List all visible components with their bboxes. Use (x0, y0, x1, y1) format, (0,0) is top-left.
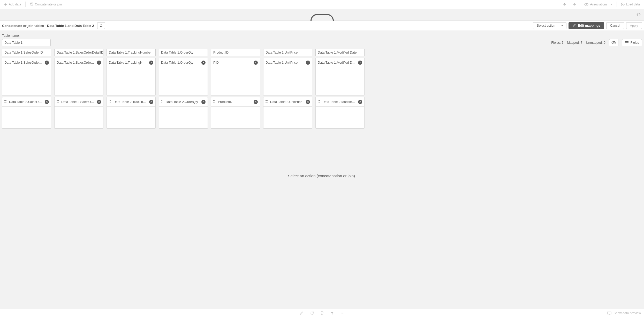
grip-icon[interactable] (109, 100, 111, 104)
fields-button[interactable]: Fields (622, 39, 642, 46)
clear-icon[interactable]: ✕ (201, 100, 206, 104)
swap-button[interactable] (97, 22, 105, 29)
column: Data Table 1.OrderQtyData Table 1.OrderQ… (159, 49, 208, 129)
clear-icon[interactable]: ✕ (254, 61, 258, 65)
load-data-label: Load data (626, 3, 640, 6)
mapping-row[interactable]: Data Table 1.SalesOrderID✕ (2, 58, 51, 67)
column: Data Table 1.SalesOrderDetailIDData Tabl… (54, 49, 103, 129)
mapping-row[interactable]: Data Table 1.OrderQty✕ (159, 58, 208, 67)
toolbar-divider (25, 2, 26, 7)
clear-icon[interactable]: ✕ (306, 100, 310, 104)
clear-icon[interactable]: ✕ (358, 61, 362, 65)
home-button[interactable] (636, 12, 641, 17)
grip-icon[interactable] (318, 100, 320, 104)
undo-button[interactable] (561, 2, 569, 7)
svg-rect-1 (31, 3, 33, 5)
mapping-field-label: Data Table 1.SalesOrderID (4, 61, 43, 64)
table-name-label: Table name: (2, 34, 51, 38)
list-icon (625, 41, 628, 44)
mapping-row[interactable]: Data Table 2.Modifie…✕ (316, 97, 364, 107)
column-header[interactable]: Data Table 1.OrderQty (159, 49, 208, 56)
column-header[interactable]: Data Table 1.TrackingNumber (107, 49, 156, 56)
concat-join-button[interactable]: Concatenate or join (28, 2, 64, 7)
mapping-row[interactable]: Data Table 2.Trackin…✕ (107, 97, 155, 107)
prompt-text: Select an action (concatenation or join)… (0, 130, 644, 184)
table-name-input[interactable] (2, 39, 51, 46)
grip-icon[interactable] (266, 100, 268, 104)
redo-icon (572, 3, 576, 6)
mapping-card-source: Data Table 1.SalesOrder…✕ (54, 58, 103, 95)
concat-join-label: Concatenate or join (35, 3, 62, 6)
arc-handle[interactable] (310, 14, 334, 21)
header-bar: Concatenate or join tables - Data Table … (0, 20, 644, 31)
mapping-card-source: Data Table 1.SalesOrderID✕ (2, 58, 51, 95)
clear-icon[interactable]: ✕ (306, 61, 310, 65)
mapping-card-target: Data Table 2.OrderQty✕ (159, 97, 208, 129)
grip-icon[interactable] (213, 100, 216, 104)
associations-button[interactable]: Associations ▼ (582, 2, 614, 7)
edit-mappings-button[interactable]: Edit mappings (569, 22, 604, 29)
mapping-row[interactable]: Data Table 2.UnitPrice✕ (263, 97, 312, 107)
plus-icon (4, 3, 7, 6)
pencil-icon (572, 24, 576, 27)
clear-icon[interactable]: ✕ (45, 100, 49, 104)
mapping-row[interactable]: Data Table 1.UnitPrice✕ (263, 58, 312, 67)
mapping-row[interactable]: Data Table 2.SalesOr…✕ (2, 97, 51, 107)
fields-button-label: Fields (631, 41, 639, 45)
column: Data Table 1.Modified DateData Table 1.M… (315, 49, 365, 129)
spacer-strip (0, 9, 644, 20)
mapping-row[interactable]: ProductID✕ (211, 97, 260, 107)
add-data-button[interactable]: Add data (2, 2, 23, 7)
column: Product IDPID✕ProductID✕ (211, 49, 260, 129)
clear-icon[interactable]: ✕ (97, 100, 101, 104)
apply-button[interactable]: Apply (626, 22, 642, 29)
column-header[interactable]: Data Table 1.SalesOrderDetailID (54, 49, 103, 56)
clear-icon[interactable]: ✕ (45, 61, 49, 65)
grip-icon[interactable] (161, 100, 164, 104)
apply-label: Apply (630, 24, 638, 27)
select-action-label: Select action (537, 24, 555, 27)
column-header[interactable]: Data Table 1.Modified Date (315, 49, 365, 56)
swap-icon (99, 24, 103, 27)
clear-icon[interactable]: ✕ (149, 100, 153, 104)
mapping-row[interactable]: Data Table 1.SalesOrder…✕ (55, 58, 103, 67)
grip-icon[interactable] (4, 100, 7, 104)
mapping-row[interactable]: PID✕ (211, 58, 260, 67)
mapping-field-label: Data Table 2.SalesOr… (61, 100, 95, 104)
redo-button[interactable] (570, 2, 578, 7)
mapping-row[interactable]: Data Table 2.OrderQty✕ (159, 97, 208, 107)
mapping-card-source: Data Table 1.TrackingNu…✕ (107, 58, 156, 95)
column: Data Table 1.SalesOrderIDData Table 1.Sa… (2, 49, 51, 129)
column-header[interactable]: Product ID (211, 49, 260, 56)
clear-icon[interactable]: ✕ (97, 61, 101, 65)
cancel-button[interactable]: Cancel (606, 22, 624, 29)
columns-area: Data Table 1.SalesOrderIDData Table 1.Sa… (0, 48, 644, 130)
load-data-button[interactable]: Load data (619, 2, 642, 7)
mapping-field-label: Data Table 2.Modifie… (322, 100, 356, 104)
undo-icon (563, 3, 567, 6)
mapping-card-source: PID✕ (211, 58, 260, 95)
svg-rect-0 (30, 3, 32, 6)
mapping-card-target: Data Table 2.SalesOr…✕ (2, 97, 51, 129)
fields-stat: Fields: 7 (551, 41, 563, 45)
grip-icon[interactable] (57, 100, 59, 104)
select-action-dropdown[interactable]: Select action ▼ (533, 22, 566, 29)
clear-icon[interactable]: ✕ (358, 100, 362, 104)
associations-label: Associations (590, 3, 607, 6)
clear-icon[interactable]: ✕ (149, 61, 153, 65)
column-header[interactable]: Data Table 1.UnitPrice (263, 49, 312, 56)
mapping-field-label: Data Table 1.UnitPrice (266, 61, 304, 64)
mapping-row[interactable]: Data Table 1.Modified Date✕ (316, 58, 364, 67)
preview-toggle-button[interactable] (609, 39, 618, 46)
mapping-row[interactable]: Data Table 1.TrackingNu…✕ (107, 58, 155, 67)
column-header[interactable]: Data Table 1.SalesOrderID (2, 49, 51, 56)
mapping-field-label: Data Table 1.SalesOrder… (57, 61, 95, 64)
clear-icon[interactable]: ✕ (201, 61, 206, 65)
clear-icon[interactable]: ✕ (254, 100, 258, 104)
mapping-card-target: Data Table 2.Modifie…✕ (315, 97, 365, 129)
meta-row: Table name: Fields: 7 Mapped: 7 Unmapped… (0, 31, 644, 48)
mapping-row[interactable]: Data Table 2.SalesOr…✕ (55, 97, 103, 107)
mapping-card-target: Data Table 2.UnitPrice✕ (263, 97, 312, 129)
mapping-card-target: Data Table 2.SalesOr…✕ (54, 97, 103, 129)
cancel-label: Cancel (610, 24, 620, 27)
